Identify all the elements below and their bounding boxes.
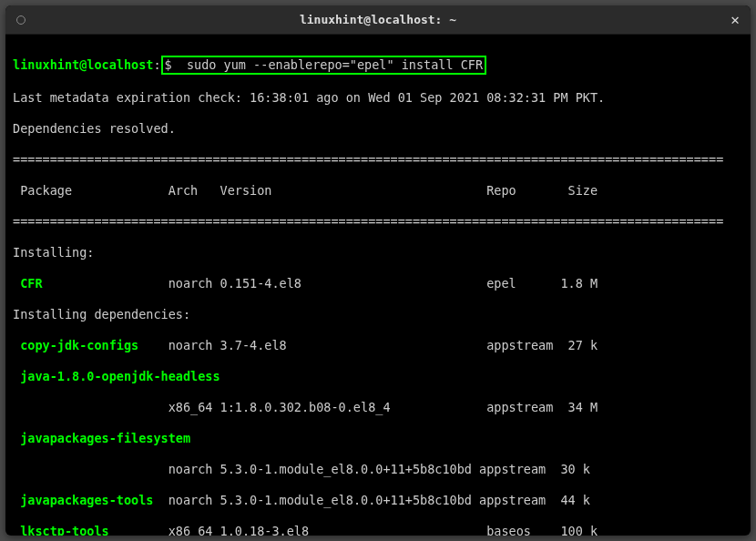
package-row: lksctp-tools x86_64 1.0.18-3.el8 baseos …	[13, 524, 743, 536]
package-row: copy-jdk-configs noarch 3.7-4.el8 appstr…	[13, 338, 743, 353]
package-row: noarch 5.3.0-1.module_el8.0.0+11+5b8c10b…	[13, 462, 743, 477]
prompt-user: linuxhint@localhost	[13, 57, 153, 72]
pkg-name: javapackages-filesystem	[13, 431, 190, 445]
deps-resolved: Dependencies resolved.	[13, 121, 743, 137]
package-row: javapackages-filesystem	[13, 431, 743, 446]
pkg-info: x86_64 1:1.8.0.302.b08-0.el8_4 appstream…	[13, 400, 598, 414]
table-header: Package Arch Version Repo Size	[13, 183, 743, 199]
command-text: sudo yum --enablerepo="epel" install CFR	[172, 57, 483, 72]
pkg-info: noarch 0.151-4.el8 epel 1.8 M	[43, 276, 598, 291]
separator: ========================================…	[13, 214, 743, 230]
titlebar: linuxhint@localhost: ~ ✕	[5, 5, 751, 35]
window-title: linuxhint@localhost: ~	[300, 13, 456, 26]
metadata-line: Last metadata expiration check: 16:38:01…	[13, 90, 743, 106]
pkg-name: CFR	[13, 276, 43, 291]
installing-header: Installing:	[13, 245, 743, 260]
pkg-info: noarch 5.3.0-1.module_el8.0.0+11+5b8c10b…	[13, 462, 590, 476]
prompt-dollar: $	[165, 57, 172, 72]
window-menu-icon[interactable]	[16, 15, 26, 25]
installing-deps-header: Installing dependencies:	[13, 307, 743, 322]
pkg-name: lksctp-tools	[13, 524, 109, 536]
package-row: CFR noarch 0.151-4.el8 epel 1.8 M	[13, 276, 743, 291]
pkg-info: noarch 5.3.0-1.module_el8.0.0+11+5b8c10b…	[153, 493, 590, 507]
separator: ========================================…	[13, 152, 743, 168]
pkg-info: x86_64 1.0.18-3.el8 baseos 100 k	[109, 524, 598, 536]
close-icon[interactable]: ✕	[730, 11, 740, 28]
package-row: x86_64 1:1.8.0.302.b08-0.el8_4 appstream…	[13, 400, 743, 415]
pkg-name: javapackages-tools	[13, 493, 153, 507]
prompt-colon: :	[153, 57, 160, 72]
terminal-window: linuxhint@localhost: ~ ✕ linuxhint@local…	[5, 5, 751, 536]
pkg-info: noarch 3.7-4.el8 appstream 27 k	[138, 338, 598, 352]
package-row: java-1.8.0-openjdk-headless	[13, 369, 743, 384]
package-row: javapackages-tools noarch 5.3.0-1.module…	[13, 493, 743, 508]
pkg-name: java-1.8.0-openjdk-headless	[13, 369, 220, 383]
pkg-name: copy-jdk-configs	[13, 338, 138, 352]
terminal-output[interactable]: linuxhint@localhost:$ sudo yum --enabler…	[5, 35, 751, 536]
